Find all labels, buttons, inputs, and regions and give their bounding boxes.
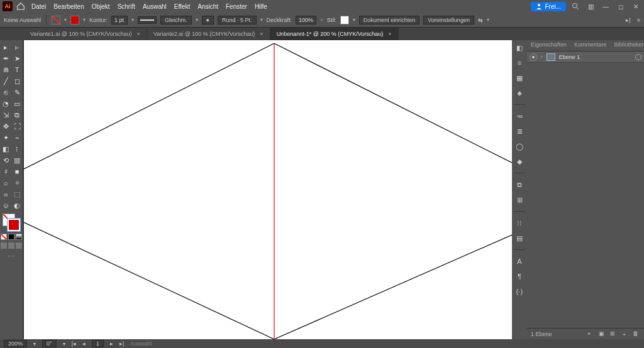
- stroke-dash-preview[interactable]: [138, 16, 157, 24]
- clip-mask-icon[interactable]: ▣: [599, 330, 606, 338]
- stroke-weight-dropdown-icon[interactable]: ▾: [131, 17, 134, 23]
- shape-builder-tool[interactable]: ✥: [0, 121, 11, 132]
- menu-objekt[interactable]: Objekt: [92, 3, 110, 10]
- fill-dropdown-icon[interactable]: ▾: [64, 17, 67, 23]
- glyphs-panel-icon[interactable]: (·): [514, 286, 525, 296]
- fill-stroke-indicator[interactable]: [3, 214, 20, 231]
- transparency-panel-icon[interactable]: ◯: [514, 141, 525, 151]
- align-panel-icon[interactable]: ⁝⁝: [514, 218, 525, 228]
- menu-auswahl[interactable]: Auswahl: [143, 3, 167, 10]
- swatches-icon[interactable]: ▦: [514, 73, 525, 83]
- selection-tool[interactable]: ▸: [0, 41, 11, 53]
- scissors-tool[interactable]: ⬚: [11, 188, 23, 200]
- eraser-tool[interactable]: ⍝: [0, 188, 11, 200]
- artboard-nav-last-icon[interactable]: ▸|: [119, 340, 124, 347]
- canvas-area[interactable]: [23, 40, 512, 339]
- layer-name[interactable]: Ebene 1: [559, 54, 580, 60]
- disclosure-icon[interactable]: ›: [541, 54, 543, 60]
- align-icon[interactable]: ⇆: [478, 17, 483, 23]
- scale-tool[interactable]: ▭: [11, 98, 23, 109]
- opacity-field[interactable]: 100%: [296, 16, 316, 24]
- color-mode-toggles[interactable]: [1, 234, 22, 240]
- pathfinder-panel-icon[interactable]: ▤: [514, 233, 525, 243]
- direct-selection-tool[interactable]: ▹: [11, 41, 23, 53]
- hand-tool[interactable]: ✧: [11, 177, 23, 188]
- perspective-tool[interactable]: ⛶: [11, 121, 23, 132]
- curvature-tool[interactable]: ➤: [11, 53, 23, 64]
- symbol-sprayer-tool[interactable]: ⟲: [0, 155, 11, 166]
- panel-collapse-icon[interactable]: ▸|: [626, 17, 630, 23]
- paragraph-panel-icon[interactable]: ¶: [514, 271, 525, 281]
- artboard-nav-prev-icon[interactable]: ◂: [82, 340, 86, 347]
- rectangle-tool[interactable]: ◻: [11, 75, 23, 87]
- stroke-weight-field[interactable]: 1 pt: [111, 16, 128, 24]
- menu-ansicht[interactable]: Ansicht: [197, 3, 218, 10]
- paintbrush-tool[interactable]: ✎: [11, 87, 23, 98]
- gradient-tool[interactable]: ⌁: [11, 132, 23, 143]
- share-button[interactable]: Frei...: [531, 2, 566, 11]
- rotate-tool[interactable]: ◔: [0, 98, 11, 109]
- menu-effekt[interactable]: Effekt: [174, 3, 190, 10]
- slice-tool[interactable]: ■: [11, 166, 23, 177]
- layer-row[interactable]: › Ebene 1: [527, 52, 644, 63]
- graphic-style-swatch[interactable]: [340, 16, 349, 24]
- close-icon[interactable]: ×: [137, 31, 140, 37]
- arrange-docs-icon[interactable]: ▥: [585, 2, 596, 11]
- prefs-button[interactable]: Voreinstellungen: [423, 16, 474, 24]
- menu-fenster[interactable]: Fenster: [226, 3, 247, 10]
- draw-mode-toggles[interactable]: [1, 242, 22, 249]
- target-icon[interactable]: [635, 54, 641, 60]
- home-icon[interactable]: [16, 2, 25, 11]
- window-restore[interactable]: ◻: [615, 2, 626, 11]
- window-close[interactable]: ✕: [630, 2, 641, 11]
- type-tool[interactable]: T: [11, 64, 23, 75]
- menu-datei[interactable]: Datei: [31, 3, 46, 10]
- edit-toolbar-icon[interactable]: ···: [8, 253, 14, 259]
- pen-tool[interactable]: ✒: [0, 53, 11, 64]
- measure-tool[interactable]: ◐: [11, 200, 23, 211]
- tab-bibliotheken[interactable]: Bibliotheken: [611, 40, 644, 51]
- artboard-tool[interactable]: ♯: [0, 166, 11, 177]
- lasso-tool[interactable]: ⎋: [0, 87, 11, 98]
- artboards-panel-icon[interactable]: ⧉: [514, 180, 525, 190]
- rotate-field[interactable]: 0°: [42, 340, 57, 347]
- asset-export-icon[interactable]: ⊞: [514, 195, 525, 205]
- doc-tab-1[interactable]: Variante1.ai @ 100 % (CMYK/Vorschau) ×: [24, 28, 147, 40]
- artboard-nav-first-icon[interactable]: |◂: [72, 340, 76, 347]
- new-sublayer-icon[interactable]: ⊞: [610, 330, 618, 338]
- character-panel-icon[interactable]: A: [514, 256, 525, 266]
- zoom-field[interactable]: 200%: [4, 340, 27, 347]
- doc-setup-button[interactable]: Dokument einrichten: [359, 16, 420, 24]
- fill-swatch[interactable]: [52, 16, 60, 24]
- print-tiling-tool[interactable]: ⎉: [0, 200, 11, 211]
- stroke-panel-icon[interactable]: ≔: [514, 111, 525, 121]
- brush-prev[interactable]: ●: [202, 16, 214, 24]
- free-transform-tool[interactable]: ⧉: [11, 109, 23, 121]
- zoom-dropdown-icon[interactable]: ▾: [33, 341, 36, 347]
- properties-icon[interactable]: ◧: [514, 43, 525, 53]
- window-minimize[interactable]: —: [600, 2, 611, 11]
- close-icon[interactable]: ×: [260, 31, 263, 37]
- width-tool[interactable]: ⇲: [0, 109, 11, 121]
- menu-hilfe[interactable]: Hilfe: [255, 3, 267, 10]
- mesh-tool[interactable]: ✦: [0, 132, 11, 143]
- locate-layer-icon[interactable]: ⌖: [587, 330, 595, 338]
- style-dropdown-icon[interactable]: ▾: [353, 17, 355, 23]
- tab-eigenschaften[interactable]: Eigenschaften: [527, 40, 570, 51]
- artboard-nav-next-icon[interactable]: ▸: [110, 340, 113, 347]
- blend-tool[interactable]: ⫶: [11, 143, 23, 155]
- gradient-panel-icon[interactable]: ≣: [514, 126, 525, 136]
- new-layer-icon[interactable]: ＋: [621, 330, 629, 338]
- delete-layer-icon[interactable]: 🗑: [633, 330, 640, 338]
- magic-wand-tool[interactable]: ⋒: [0, 64, 11, 75]
- app-logo[interactable]: Ai: [3, 1, 13, 11]
- menu-schrift[interactable]: Schrift: [118, 3, 135, 10]
- doc-tab-3[interactable]: Unbenannt-1* @ 200 % (CMYK/Vorschau) ×: [270, 28, 399, 40]
- opacity-dropdown-icon[interactable]: >: [320, 17, 323, 23]
- dash-dropdown-icon[interactable]: ▾: [196, 17, 198, 23]
- stroke-profile-select[interactable]: Gleichm.: [160, 16, 192, 24]
- line-tool[interactable]: ╱: [0, 75, 11, 87]
- options-menu-icon[interactable]: ≡: [637, 17, 640, 23]
- tab-kommentare[interactable]: Kommentare: [570, 40, 611, 51]
- search-icon[interactable]: [570, 2, 581, 11]
